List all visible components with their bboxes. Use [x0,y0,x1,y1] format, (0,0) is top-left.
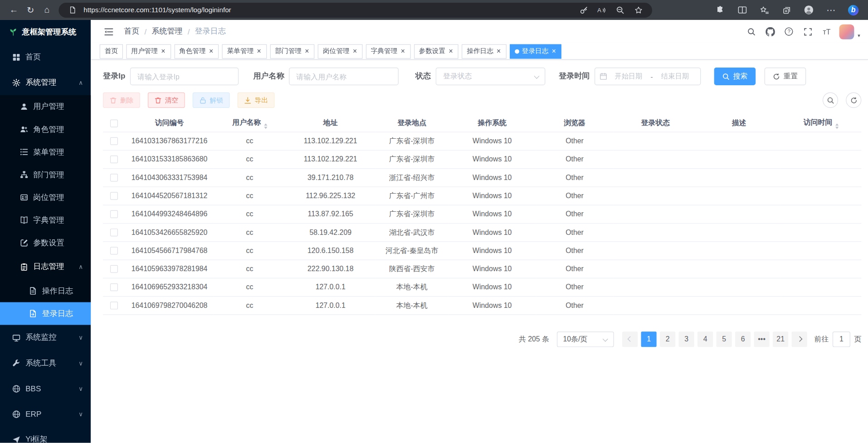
close-icon[interactable]: × [256,48,262,55]
row-checkbox[interactable] [110,247,118,255]
tab-operation-log[interactable]: 操作日志× [462,44,506,58]
sort-icon[interactable] [264,123,267,129]
tab-user-management[interactable]: 用户管理× [126,44,171,58]
row-checkbox[interactable] [110,137,118,145]
browser-refresh-button[interactable]: ↻ [22,2,39,18]
favorites-icon[interactable] [757,3,772,17]
goto-page-input[interactable] [833,331,850,347]
sidebar-item-login-log[interactable]: 登录日志 [0,302,91,325]
user-name-input[interactable] [289,68,399,85]
tab-dictionary-management[interactable]: 字典管理× [366,44,410,58]
sidebar-item-system-monitoring[interactable]: 系统监控 ∨ [0,325,91,351]
extensions-icon[interactable] [713,3,727,17]
col-user-name[interactable]: 用户名称 [214,115,286,132]
browser-home-button[interactable]: ⌂ [39,2,55,18]
page-button-4[interactable]: 4 [697,331,713,347]
sidebar-item-log-management[interactable]: 日志管理 ∧ [0,254,91,279]
row-checkbox[interactable] [110,174,118,182]
close-icon[interactable]: × [496,48,502,55]
breadcrumb-system-management[interactable]: 系统管理 [151,27,182,37]
help-icon[interactable]: ? [783,25,795,38]
prev-page-button[interactable] [622,331,638,347]
page-button-1[interactable]: 1 [641,331,657,347]
browser-more-icon[interactable]: ⋯ [824,3,838,17]
app-logo[interactable]: 意框架管理系统 [0,20,91,44]
status-select[interactable]: 登录状态 [436,68,546,85]
more-pages-button[interactable]: ••• [754,331,770,347]
close-icon[interactable]: × [304,48,310,55]
page-button-5[interactable]: 5 [717,331,732,347]
search-icon[interactable] [746,25,758,38]
page-size-select[interactable]: 10条/页 [557,331,614,347]
tab-department-management[interactable]: 部门管理× [270,44,314,58]
split-screen-icon[interactable] [735,3,750,17]
tab-login-log[interactable]: 登录日志× [510,44,561,58]
browser-back-button[interactable]: ← [5,2,22,18]
password-key-icon[interactable] [576,4,591,16]
reset-button[interactable]: 重置 [765,68,806,85]
show-search-button[interactable] [823,92,838,108]
col-visit-time[interactable]: 访问时间 [780,115,861,132]
close-icon[interactable]: × [352,48,358,55]
export-button[interactable]: 导出 [238,92,275,108]
row-checkbox[interactable] [110,302,118,310]
favorite-star-icon[interactable] [631,4,646,16]
delete-button[interactable]: 删除 [103,92,140,108]
sidebar-item-system-management[interactable]: 系统管理 ∧ [0,70,91,95]
sidebar-item-bbs[interactable]: BBS ∨ [0,376,91,401]
page-button-6[interactable]: 6 [735,331,751,347]
refresh-table-button[interactable] [846,92,861,108]
row-checkbox[interactable] [110,283,118,291]
sidebar-item-department-management[interactable]: 部门管理 [0,163,91,186]
page-button-3[interactable]: 3 [679,331,694,347]
tab-parameter-settings[interactable]: 参数设置× [414,44,458,58]
sidebar-item-home[interactable]: 首页 [0,44,91,70]
sidebar-item-parameter-settings[interactable]: 参数设置 [0,231,91,254]
search-button[interactable]: 搜索 [714,68,756,85]
sidebar-item-erp[interactable]: ERP ∨ [0,401,91,427]
end-date-placeholder[interactable]: 结束日期 [654,72,696,81]
clear-button[interactable]: 清空 [148,92,185,108]
close-icon[interactable]: × [161,48,166,55]
page-button-21[interactable]: 21 [773,331,788,347]
sidebar-item-menu-management[interactable]: 菜单管理 [0,141,91,163]
sidebar-item-dictionary-management[interactable]: 字典管理 [0,209,91,231]
url-text[interactable]: https://ccnetcore.com:1101/system/log/lo… [83,6,572,14]
login-time-range-picker[interactable]: 开始日期 - 结束日期 [595,68,701,85]
caret-down-icon[interactable]: ▾ [858,32,860,39]
sidebar-item-operation-log[interactable]: 操作日志 [0,279,91,302]
row-checkbox[interactable] [110,210,118,218]
sidebar-item-user-management[interactable]: 用户管理 [0,95,91,118]
login-ip-input[interactable] [130,68,239,85]
row-checkbox[interactable] [110,229,118,236]
tab-home[interactable]: 首页 [100,44,123,58]
user-avatar[interactable] [839,24,854,39]
close-icon[interactable]: × [448,48,454,55]
row-checkbox[interactable] [110,192,118,200]
close-icon[interactable]: × [551,48,556,55]
hamburger-icon[interactable] [102,25,115,38]
sidebar-item-post-management[interactable]: 岗位管理 [0,186,91,209]
tab-menu-management[interactable]: 菜单管理× [222,44,267,58]
row-checkbox[interactable] [110,156,118,163]
unlock-button[interactable]: 解锁 [193,92,230,108]
sidebar-item-role-management[interactable]: 角色管理 [0,118,91,141]
start-date-placeholder[interactable]: 开始日期 [608,72,650,81]
copilot-icon[interactable] [846,3,860,17]
github-icon[interactable] [764,25,776,38]
sidebar-item-system-tools[interactable]: 系统工具 ∨ [0,351,91,376]
sidebar-item-yi-framework[interactable]: Yi框架 [0,427,91,443]
tab-post-management[interactable]: 岗位管理× [318,44,362,58]
read-aloud-icon[interactable]: A [595,4,609,16]
close-icon[interactable]: × [209,48,214,55]
address-bar[interactable]: https://ccnetcore.com:1101/system/log/lo… [59,2,652,17]
tab-role-management[interactable]: 角色管理× [174,44,219,58]
page-button-2[interactable]: 2 [660,331,675,347]
select-all-checkbox[interactable] [110,120,118,127]
zoom-out-icon[interactable] [613,4,627,16]
collections-icon[interactable] [780,3,794,17]
row-checkbox[interactable] [110,265,118,273]
browser-profile-avatar[interactable] [802,3,816,17]
sort-icon[interactable] [835,123,838,129]
font-size-icon[interactable]: тT [821,25,833,38]
